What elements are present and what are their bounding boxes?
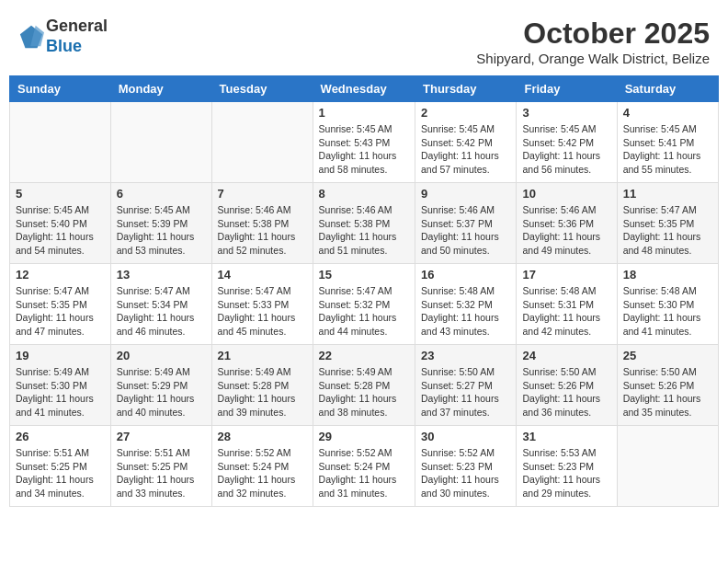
- day-info: Sunrise: 5:52 AMSunset: 5:23 PMDaylight:…: [421, 447, 499, 499]
- day-info: Sunrise: 5:51 AMSunset: 5:25 PMDaylight:…: [16, 447, 94, 499]
- logo-icon: [18, 24, 44, 50]
- day-number: 14: [218, 268, 307, 282]
- calendar-cell: 21 Sunrise: 5:49 AMSunset: 5:28 PMDaylig…: [211, 345, 313, 426]
- calendar-cell: 2 Sunrise: 5:45 AMSunset: 5:42 PMDayligh…: [415, 102, 517, 183]
- day-info: Sunrise: 5:53 AMSunset: 5:23 PMDaylight:…: [522, 447, 600, 499]
- day-info: Sunrise: 5:47 AMSunset: 5:34 PMDaylight:…: [117, 285, 195, 337]
- day-info: Sunrise: 5:45 AMSunset: 5:42 PMDaylight:…: [522, 123, 600, 175]
- day-info: Sunrise: 5:49 AMSunset: 5:28 PMDaylight:…: [218, 366, 296, 418]
- calendar-cell: 19 Sunrise: 5:49 AMSunset: 5:30 PMDaylig…: [10, 345, 111, 426]
- day-number: 2: [421, 106, 510, 120]
- day-info: Sunrise: 5:46 AMSunset: 5:38 PMDaylight:…: [218, 204, 296, 256]
- calendar-cell: [110, 102, 211, 183]
- calendar-cell: 12 Sunrise: 5:47 AMSunset: 5:35 PMDaylig…: [10, 264, 111, 345]
- day-number: 24: [522, 349, 610, 362]
- weekday-header-wednesday: Wednesday: [313, 76, 415, 102]
- weekday-header-tuesday: Tuesday: [211, 76, 313, 102]
- day-number: 6: [117, 187, 206, 201]
- logo-general-text: General: [46, 17, 108, 35]
- day-number: 7: [218, 187, 307, 201]
- calendar-week-row: 1 Sunrise: 5:45 AMSunset: 5:43 PMDayligh…: [10, 102, 719, 183]
- day-number: 13: [117, 268, 206, 282]
- day-number: 11: [623, 187, 712, 201]
- calendar-cell: 27 Sunrise: 5:51 AMSunset: 5:25 PMDaylig…: [110, 426, 211, 507]
- day-info: Sunrise: 5:45 AMSunset: 5:39 PMDaylight:…: [117, 204, 195, 256]
- calendar-cell: 9 Sunrise: 5:46 AMSunset: 5:37 PMDayligh…: [415, 183, 517, 264]
- day-info: Sunrise: 5:48 AMSunset: 5:32 PMDaylight:…: [421, 285, 499, 337]
- day-number: 28: [218, 430, 307, 443]
- calendar-cell: 23 Sunrise: 5:50 AMSunset: 5:27 PMDaylig…: [415, 345, 517, 426]
- calendar-cell: 20 Sunrise: 5:49 AMSunset: 5:29 PMDaylig…: [110, 345, 211, 426]
- day-info: Sunrise: 5:50 AMSunset: 5:26 PMDaylight:…: [522, 366, 600, 418]
- day-number: 4: [623, 106, 712, 120]
- weekday-header-monday: Monday: [110, 76, 211, 102]
- day-number: 26: [16, 430, 105, 443]
- weekday-header-saturday: Saturday: [617, 76, 718, 102]
- calendar-cell: 8 Sunrise: 5:46 AMSunset: 5:38 PMDayligh…: [313, 183, 415, 264]
- calendar-cell: 17 Sunrise: 5:48 AMSunset: 5:31 PMDaylig…: [517, 264, 617, 345]
- day-info: Sunrise: 5:49 AMSunset: 5:29 PMDaylight:…: [117, 366, 195, 418]
- calendar-cell: 6 Sunrise: 5:45 AMSunset: 5:39 PMDayligh…: [110, 183, 211, 264]
- day-number: 30: [421, 430, 510, 443]
- day-number: 20: [117, 349, 206, 362]
- calendar-cell: 30 Sunrise: 5:52 AMSunset: 5:23 PMDaylig…: [415, 426, 517, 507]
- calendar-cell: 1 Sunrise: 5:45 AMSunset: 5:43 PMDayligh…: [313, 102, 415, 183]
- calendar-cell: 10 Sunrise: 5:46 AMSunset: 5:36 PMDaylig…: [517, 183, 617, 264]
- calendar-week-row: 26 Sunrise: 5:51 AMSunset: 5:25 PMDaylig…: [10, 426, 719, 507]
- calendar-cell: 7 Sunrise: 5:46 AMSunset: 5:38 PMDayligh…: [211, 183, 313, 264]
- day-number: 27: [117, 430, 206, 443]
- weekday-header-friday: Friday: [517, 76, 617, 102]
- day-number: 12: [16, 268, 105, 282]
- day-number: 29: [319, 430, 409, 443]
- day-info: Sunrise: 5:49 AMSunset: 5:30 PMDaylight:…: [16, 366, 94, 418]
- calendar-table: SundayMondayTuesdayWednesdayThursdayFrid…: [9, 75, 719, 507]
- day-number: 17: [522, 268, 610, 282]
- calendar-cell: 16 Sunrise: 5:48 AMSunset: 5:32 PMDaylig…: [415, 264, 517, 345]
- weekday-header-thursday: Thursday: [415, 76, 517, 102]
- calendar-cell: 13 Sunrise: 5:47 AMSunset: 5:34 PMDaylig…: [110, 264, 211, 345]
- day-info: Sunrise: 5:49 AMSunset: 5:28 PMDaylight:…: [319, 366, 397, 418]
- month-title: October 2025: [476, 17, 710, 51]
- calendar-cell: [617, 426, 718, 507]
- day-number: 5: [16, 187, 105, 201]
- calendar-cell: 11 Sunrise: 5:47 AMSunset: 5:35 PMDaylig…: [617, 183, 718, 264]
- day-info: Sunrise: 5:48 AMSunset: 5:30 PMDaylight:…: [623, 285, 701, 337]
- day-number: 15: [319, 268, 409, 282]
- calendar-cell: 22 Sunrise: 5:49 AMSunset: 5:28 PMDaylig…: [313, 345, 415, 426]
- day-info: Sunrise: 5:50 AMSunset: 5:27 PMDaylight:…: [421, 366, 499, 418]
- day-number: 31: [522, 430, 610, 443]
- day-info: Sunrise: 5:50 AMSunset: 5:26 PMDaylight:…: [623, 366, 701, 418]
- day-number: 21: [218, 349, 307, 362]
- day-number: 9: [421, 187, 510, 201]
- calendar-cell: 29 Sunrise: 5:52 AMSunset: 5:24 PMDaylig…: [313, 426, 415, 507]
- day-info: Sunrise: 5:45 AMSunset: 5:41 PMDaylight:…: [623, 123, 701, 175]
- calendar-cell: 3 Sunrise: 5:45 AMSunset: 5:42 PMDayligh…: [517, 102, 617, 183]
- calendar-cell: [211, 102, 313, 183]
- day-number: 3: [522, 106, 610, 120]
- day-info: Sunrise: 5:45 AMSunset: 5:43 PMDaylight:…: [319, 123, 397, 175]
- calendar-cell: 31 Sunrise: 5:53 AMSunset: 5:23 PMDaylig…: [517, 426, 617, 507]
- logo: General Blue: [18, 17, 108, 56]
- logo-blue-text: Blue: [46, 37, 82, 55]
- day-info: Sunrise: 5:51 AMSunset: 5:25 PMDaylight:…: [117, 447, 195, 499]
- calendar-cell: 14 Sunrise: 5:47 AMSunset: 5:33 PMDaylig…: [211, 264, 313, 345]
- day-info: Sunrise: 5:47 AMSunset: 5:33 PMDaylight:…: [218, 285, 296, 337]
- day-info: Sunrise: 5:52 AMSunset: 5:24 PMDaylight:…: [218, 447, 296, 499]
- day-info: Sunrise: 5:45 AMSunset: 5:42 PMDaylight:…: [421, 123, 499, 175]
- day-number: 18: [623, 268, 712, 282]
- calendar-week-row: 5 Sunrise: 5:45 AMSunset: 5:40 PMDayligh…: [10, 183, 719, 264]
- weekday-header-row: SundayMondayTuesdayWednesdayThursdayFrid…: [10, 76, 719, 102]
- day-info: Sunrise: 5:48 AMSunset: 5:31 PMDaylight:…: [522, 285, 600, 337]
- calendar-cell: [10, 102, 111, 183]
- calendar-cell: 26 Sunrise: 5:51 AMSunset: 5:25 PMDaylig…: [10, 426, 111, 507]
- day-info: Sunrise: 5:52 AMSunset: 5:24 PMDaylight:…: [319, 447, 397, 499]
- title-block: October 2025 Shipyard, Orange Walk Distr…: [476, 17, 710, 66]
- calendar-week-row: 12 Sunrise: 5:47 AMSunset: 5:35 PMDaylig…: [10, 264, 719, 345]
- day-number: 25: [623, 349, 712, 362]
- calendar-cell: 15 Sunrise: 5:47 AMSunset: 5:32 PMDaylig…: [313, 264, 415, 345]
- day-number: 8: [319, 187, 409, 201]
- day-number: 16: [421, 268, 510, 282]
- calendar-cell: 4 Sunrise: 5:45 AMSunset: 5:41 PMDayligh…: [617, 102, 718, 183]
- day-info: Sunrise: 5:47 AMSunset: 5:35 PMDaylight:…: [623, 204, 701, 256]
- page-header: General Blue October 2025 Shipyard, Oran…: [9, 9, 719, 70]
